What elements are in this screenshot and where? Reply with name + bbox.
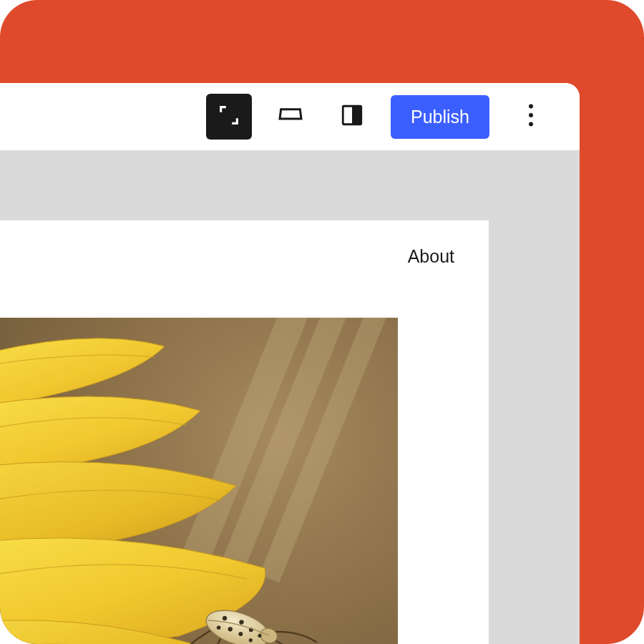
page-nav: About bbox=[0, 220, 489, 267]
svg-rect-2 bbox=[353, 106, 361, 125]
editor-window: Publish About bbox=[0, 83, 580, 644]
hero-image bbox=[0, 318, 398, 644]
outer-frame: Publish About bbox=[0, 0, 644, 644]
svg-point-4 bbox=[529, 113, 533, 117]
publish-button[interactable]: Publish bbox=[391, 95, 489, 139]
content-area: About bbox=[0, 150, 580, 644]
svg-point-5 bbox=[529, 122, 533, 127]
editor-toolbar: Publish bbox=[0, 83, 580, 150]
page-canvas: About bbox=[0, 220, 489, 644]
svg-point-3 bbox=[529, 104, 533, 108]
panel-icon bbox=[340, 103, 364, 130]
fullscreen-button[interactable] bbox=[206, 94, 252, 140]
nav-link-about[interactable]: About bbox=[408, 246, 454, 267]
fullscreen-icon bbox=[217, 103, 241, 130]
desktop-icon bbox=[276, 101, 305, 132]
panel-toggle-button[interactable] bbox=[329, 94, 375, 140]
more-options-button[interactable] bbox=[517, 94, 545, 140]
desktop-view-button[interactable] bbox=[268, 94, 313, 140]
more-vertical-icon bbox=[528, 104, 534, 130]
